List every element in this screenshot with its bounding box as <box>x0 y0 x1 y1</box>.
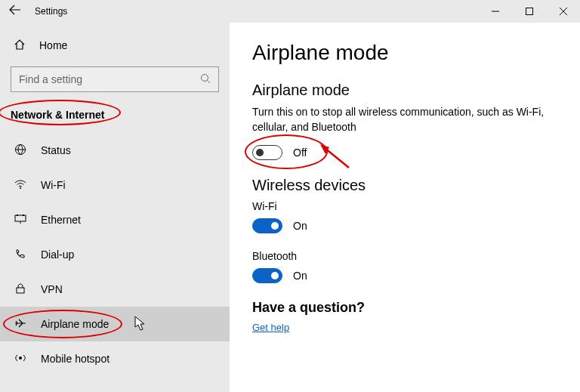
svg-rect-11 <box>23 215 24 216</box>
dialup-icon <box>14 248 27 261</box>
sidebar-item-label: Airplane mode <box>41 318 109 330</box>
sidebar-item-label: Status <box>41 144 71 156</box>
airplane-icon <box>14 317 27 331</box>
sidebar-item-label: Wi-Fi <box>41 179 66 191</box>
sidebar-item-ethernet[interactable]: Ethernet <box>0 202 230 237</box>
wifi-icon <box>14 178 27 192</box>
vpn-icon <box>14 282 27 296</box>
window-controls <box>478 0 580 23</box>
svg-rect-9 <box>15 215 26 221</box>
wifi-label: Wi-Fi <box>252 200 557 212</box>
svg-marker-16 <box>320 144 329 154</box>
nav-list: Status Wi-Fi Ethernet Dial-up VPN <box>0 133 230 376</box>
airplane-toggle-state: Off <box>293 147 307 159</box>
search-input[interactable]: Find a setting <box>11 66 219 92</box>
category-label: Network & Internet <box>11 109 104 121</box>
close-icon <box>560 8 567 15</box>
window-title: Settings <box>35 6 67 17</box>
svg-point-8 <box>20 187 21 189</box>
titlebar: Settings <box>0 0 580 23</box>
main-content: Airplane mode Airplane mode Turn this on… <box>230 23 580 392</box>
hotspot-icon <box>14 352 27 366</box>
search-placeholder: Find a setting <box>19 73 82 85</box>
bluetooth-toggle-row: On <box>252 268 557 283</box>
sidebar-item-label: Dial-up <box>41 248 74 261</box>
sidebar-item-status[interactable]: Status <box>0 133 230 168</box>
svg-line-15 <box>325 148 349 168</box>
back-button[interactable] <box>0 4 30 19</box>
airplane-mode-toggle[interactable] <box>252 145 282 160</box>
svg-rect-10 <box>17 215 18 216</box>
svg-rect-1 <box>526 8 532 15</box>
sidebar-item-dialup[interactable]: Dial-up <box>0 237 230 272</box>
svg-line-5 <box>208 80 211 83</box>
body: Home Find a setting Network & Internet S… <box>0 23 580 392</box>
category-header: Network & Internet <box>0 101 230 128</box>
wifi-toggle-state: On <box>293 220 307 232</box>
home-button[interactable]: Home <box>0 30 230 60</box>
annotation-arrow <box>319 144 352 171</box>
maximize-icon <box>526 8 533 15</box>
svg-point-14 <box>19 357 22 360</box>
sidebar-item-wifi[interactable]: Wi-Fi <box>0 168 230 202</box>
bluetooth-toggle[interactable] <box>252 268 282 283</box>
question-heading: Have a question? <box>252 300 557 316</box>
bluetooth-label: Bluetooth <box>252 250 557 262</box>
cursor-icon <box>134 316 148 332</box>
ethernet-icon <box>14 213 27 227</box>
wifi-toggle-row: On <box>252 218 557 233</box>
airplane-toggle-row: Off <box>252 145 557 160</box>
sidebar-item-label: Ethernet <box>41 214 81 226</box>
home-label: Home <box>39 39 67 51</box>
sidebar-item-label: Mobile hotspot <box>41 353 110 365</box>
settings-window: Settings Home Find a setting Network <box>0 0 580 392</box>
sidebar-item-vpn[interactable]: VPN <box>0 272 230 307</box>
sidebar-item-mobile-hotspot[interactable]: Mobile hotspot <box>0 341 230 376</box>
section-wireless-title: Wireless devices <box>252 177 557 194</box>
status-icon <box>14 144 27 157</box>
maximize-button[interactable] <box>512 0 546 23</box>
sidebar-item-label: VPN <box>41 283 63 295</box>
svg-rect-13 <box>17 288 24 293</box>
search-icon <box>200 73 211 86</box>
wifi-toggle[interactable] <box>252 218 282 233</box>
close-button[interactable] <box>546 0 580 23</box>
back-arrow-icon <box>9 4 21 16</box>
bluetooth-toggle-state: On <box>293 270 307 282</box>
page-title: Airplane mode <box>252 41 557 65</box>
minimize-icon <box>492 8 499 15</box>
sidebar: Home Find a setting Network & Internet S… <box>0 23 230 392</box>
section-airplane-desc: Turn this on to stop all wireless commun… <box>252 105 554 134</box>
get-help-link[interactable]: Get help <box>252 322 289 333</box>
home-icon <box>14 39 26 53</box>
svg-point-4 <box>202 74 208 81</box>
minimize-button[interactable] <box>478 0 512 23</box>
section-airplane-title: Airplane mode <box>252 82 557 99</box>
sidebar-item-airplane-mode[interactable]: Airplane mode <box>0 307 230 341</box>
